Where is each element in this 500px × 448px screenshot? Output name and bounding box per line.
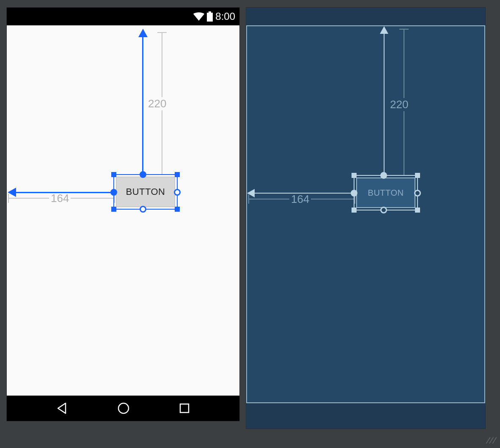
device-navigation-bar <box>7 396 239 421</box>
bp-dimension-value-top: 220 <box>388 98 410 111</box>
bp-resize-handle-br[interactable] <box>415 208 420 213</box>
resize-handle-bl[interactable] <box>111 207 116 212</box>
dimension-cap-top-end <box>157 174 167 175</box>
constraint-handle-right[interactable] <box>174 189 181 196</box>
bp-constraint-top-arrow[interactable] <box>384 30 385 177</box>
wifi-icon <box>193 12 204 21</box>
dimension-value-left: 164 <box>49 192 71 205</box>
nav-home-icon[interactable] <box>117 402 130 415</box>
svg-rect-3 <box>180 404 189 412</box>
device-status-bar: 8:00 <box>7 8 239 25</box>
dimension-value-top: 220 <box>146 97 168 110</box>
blueprint-view-panel[interactable]: 220 164 BUTTON <box>246 8 485 429</box>
bp-constraint-handle-top[interactable] <box>380 172 387 179</box>
svg-point-2 <box>118 403 129 413</box>
constraint-handle-top[interactable] <box>140 171 146 178</box>
bp-resize-handle-tl[interactable] <box>352 173 357 178</box>
constraint-handle-left[interactable] <box>110 189 117 196</box>
bp-resize-handle-bl[interactable] <box>352 208 357 213</box>
layout-editor-workspace: 8:00 220 164 BUTTON <box>0 0 500 448</box>
constraint-left-arrowhead <box>8 188 16 197</box>
button-label: BUTTON <box>126 186 165 197</box>
battery-icon <box>207 11 213 22</box>
constraint-handle-bottom[interactable] <box>140 206 146 213</box>
bp-dimension-value-left: 164 <box>289 193 311 206</box>
nav-back-icon[interactable] <box>56 402 68 414</box>
device-screen-area[interactable]: 220 164 BUTTON <box>7 25 239 396</box>
bp-dimension-cap-top-start <box>399 29 409 30</box>
constraint-top-arrow[interactable] <box>142 33 143 176</box>
nav-recent-icon[interactable] <box>179 403 190 414</box>
blueprint-layout-root[interactable]: 220 164 BUTTON <box>246 25 485 403</box>
svg-rect-1 <box>209 11 211 13</box>
status-bar-time: 8:00 <box>215 11 235 22</box>
bp-constraint-left-arrow[interactable] <box>251 193 356 194</box>
bp-constraint-handle-right[interactable] <box>414 190 421 197</box>
bp-constraint-handle-bottom[interactable] <box>380 207 387 213</box>
constraint-top-arrowhead <box>138 29 148 37</box>
bp-button-widget[interactable]: BUTTON <box>356 178 415 208</box>
resize-handle-br[interactable] <box>175 207 180 212</box>
bp-constraint-left-arrowhead <box>247 189 255 197</box>
button-widget[interactable]: BUTTON <box>116 177 175 207</box>
bp-resize-handle-tr[interactable] <box>415 173 420 178</box>
bp-constraint-handle-left[interactable] <box>351 190 357 197</box>
resize-handle-tl[interactable] <box>111 172 116 177</box>
design-view-panel[interactable]: 8:00 220 164 BUTTON <box>7 8 239 421</box>
bp-dimension-cap-top-end <box>399 175 409 176</box>
svg-rect-0 <box>207 13 213 22</box>
bp-constraint-top-arrowhead <box>380 26 388 34</box>
constraint-left-arrow[interactable] <box>12 192 116 193</box>
resize-handle-tr[interactable] <box>175 172 180 177</box>
bp-button-label: BUTTON <box>368 188 404 198</box>
dimension-cap-top-start <box>157 32 167 33</box>
